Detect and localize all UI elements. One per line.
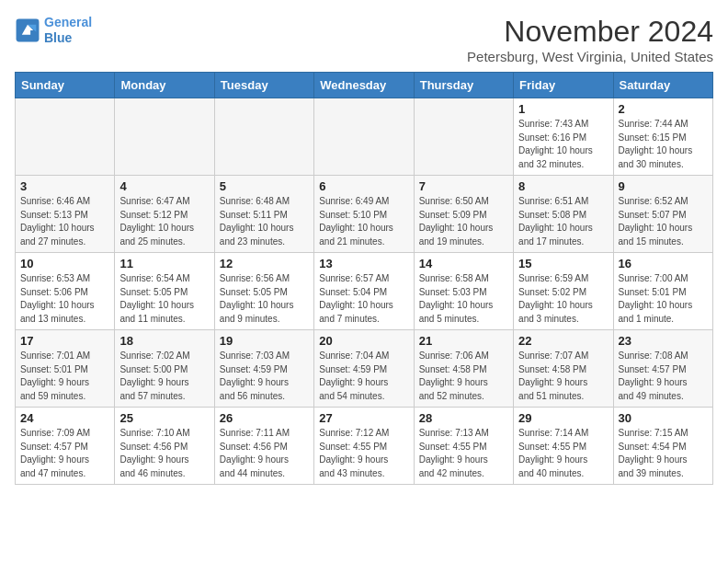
day-info: Sunrise: 6:46 AMSunset: 5:13 PMDaylight:…: [20, 195, 109, 248]
day-number: 26: [220, 411, 309, 425]
calendar-cell: 27Sunrise: 7:12 AMSunset: 4:55 PMDayligh…: [314, 408, 414, 485]
calendar-week-3: 10Sunrise: 6:53 AMSunset: 5:06 PMDayligh…: [16, 253, 713, 330]
day-info: Sunrise: 6:52 AMSunset: 5:07 PMDaylight:…: [619, 195, 708, 248]
day-number: 6: [319, 179, 408, 193]
calendar-cell: 2Sunrise: 7:44 AMSunset: 6:15 PMDaylight…: [613, 98, 712, 176]
day-number: 22: [518, 334, 608, 348]
day-info: Sunrise: 7:13 AMSunset: 4:55 PMDaylight:…: [419, 427, 508, 480]
location: Petersburg, West Virginia, United States: [467, 49, 713, 64]
day-info: Sunrise: 7:44 AMSunset: 6:15 PMDaylight:…: [619, 118, 708, 171]
day-info: Sunrise: 6:48 AMSunset: 5:11 PMDaylight:…: [220, 195, 309, 248]
day-number: 29: [518, 411, 608, 425]
day-info: Sunrise: 6:56 AMSunset: 5:05 PMDaylight:…: [220, 272, 309, 326]
calendar-cell: 6Sunrise: 6:49 AMSunset: 5:10 PMDaylight…: [314, 176, 414, 253]
day-number: 24: [20, 411, 109, 425]
day-info: Sunrise: 6:54 AMSunset: 5:05 PMDaylight:…: [119, 272, 209, 326]
calendar-cell: 28Sunrise: 7:13 AMSunset: 4:55 PMDayligh…: [414, 408, 513, 485]
calendar-cell: 8Sunrise: 6:51 AMSunset: 5:08 PMDaylight…: [514, 176, 613, 253]
calendar-cell: 7Sunrise: 6:50 AMSunset: 5:09 PMDaylight…: [414, 176, 513, 253]
day-info: Sunrise: 7:04 AMSunset: 4:59 PMDaylight:…: [319, 350, 408, 403]
day-info: Sunrise: 6:53 AMSunset: 5:06 PMDaylight:…: [20, 272, 109, 326]
day-info: Sunrise: 6:59 AMSunset: 5:02 PMDaylight:…: [518, 272, 608, 326]
day-number: 20: [319, 334, 408, 348]
calendar-cell: 30Sunrise: 7:15 AMSunset: 4:54 PMDayligh…: [613, 408, 712, 485]
weekday-header-row: SundayMondayTuesdayWednesdayThursdayFrid…: [16, 73, 713, 98]
day-number: 12: [220, 257, 309, 270]
day-number: 19: [220, 334, 309, 348]
logo-icon: [15, 17, 40, 43]
calendar-cell: 19Sunrise: 7:03 AMSunset: 4:59 PMDayligh…: [214, 330, 313, 408]
calendar-cell: 20Sunrise: 7:04 AMSunset: 4:59 PMDayligh…: [314, 330, 414, 408]
calendar-cell: 11Sunrise: 6:54 AMSunset: 5:05 PMDayligh…: [115, 253, 214, 330]
calendar-cell: 3Sunrise: 6:46 AMSunset: 5:13 PMDaylight…: [16, 176, 115, 253]
day-info: Sunrise: 6:47 AMSunset: 5:12 PMDaylight:…: [119, 195, 209, 248]
day-info: Sunrise: 7:09 AMSunset: 4:57 PMDaylight:…: [20, 427, 109, 480]
day-info: Sunrise: 6:58 AMSunset: 5:03 PMDaylight:…: [419, 272, 508, 326]
day-number: 11: [119, 257, 209, 270]
calendar-cell: 14Sunrise: 6:58 AMSunset: 5:03 PMDayligh…: [414, 253, 513, 330]
day-number: 5: [220, 179, 309, 193]
day-number: 15: [518, 257, 608, 270]
day-number: 1: [518, 102, 608, 116]
calendar-cell: 1Sunrise: 7:43 AMSunset: 6:16 PMDaylight…: [514, 98, 613, 176]
logo: General Blue: [15, 15, 92, 46]
day-number: 30: [619, 411, 708, 425]
weekday-header-tuesday: Tuesday: [214, 73, 313, 98]
calendar-cell: [414, 98, 513, 176]
weekday-header-saturday: Saturday: [613, 73, 712, 98]
calendar-cell: 18Sunrise: 7:02 AMSunset: 5:00 PMDayligh…: [115, 330, 214, 408]
day-info: Sunrise: 6:49 AMSunset: 5:10 PMDaylight:…: [319, 195, 408, 248]
day-info: Sunrise: 7:10 AMSunset: 4:56 PMDaylight:…: [119, 427, 209, 480]
calendar-cell: 23Sunrise: 7:08 AMSunset: 4:57 PMDayligh…: [613, 330, 712, 408]
weekday-header-sunday: Sunday: [16, 73, 115, 98]
calendar-week-5: 24Sunrise: 7:09 AMSunset: 4:57 PMDayligh…: [16, 408, 713, 485]
day-number: 23: [619, 334, 708, 348]
weekday-header-friday: Friday: [514, 73, 613, 98]
calendar-cell: 26Sunrise: 7:11 AMSunset: 4:56 PMDayligh…: [214, 408, 313, 485]
weekday-header-wednesday: Wednesday: [314, 73, 414, 98]
day-info: Sunrise: 6:51 AMSunset: 5:08 PMDaylight:…: [518, 195, 608, 248]
day-number: 8: [518, 179, 608, 193]
calendar-cell: 29Sunrise: 7:14 AMSunset: 4:55 PMDayligh…: [514, 408, 613, 485]
calendar-cell: 13Sunrise: 6:57 AMSunset: 5:04 PMDayligh…: [314, 253, 414, 330]
calendar-cell: [16, 98, 115, 176]
day-info: Sunrise: 7:11 AMSunset: 4:56 PMDaylight:…: [220, 427, 309, 480]
day-info: Sunrise: 7:07 AMSunset: 4:58 PMDaylight:…: [518, 350, 608, 403]
calendar-cell: 5Sunrise: 6:48 AMSunset: 5:11 PMDaylight…: [214, 176, 313, 253]
weekday-header-monday: Monday: [115, 73, 214, 98]
day-number: 4: [119, 179, 209, 193]
page-header: General Blue November 2024 Petersburg, W…: [15, 15, 713, 64]
calendar-cell: [115, 98, 214, 176]
day-number: 7: [419, 179, 508, 193]
day-number: 9: [619, 179, 708, 193]
day-number: 25: [119, 411, 209, 425]
calendar-cell: 24Sunrise: 7:09 AMSunset: 4:57 PMDayligh…: [16, 408, 115, 485]
day-number: 16: [619, 257, 708, 270]
calendar-cell: 16Sunrise: 7:00 AMSunset: 5:01 PMDayligh…: [613, 253, 712, 330]
calendar-cell: 10Sunrise: 6:53 AMSunset: 5:06 PMDayligh…: [16, 253, 115, 330]
logo-line1: General: [44, 15, 92, 29]
day-info: Sunrise: 7:02 AMSunset: 5:00 PMDaylight:…: [119, 350, 209, 403]
day-info: Sunrise: 7:08 AMSunset: 4:57 PMDaylight:…: [619, 350, 708, 403]
logo-text: General Blue: [44, 15, 92, 46]
calendar-cell: 21Sunrise: 7:06 AMSunset: 4:58 PMDayligh…: [414, 330, 513, 408]
calendar-week-4: 17Sunrise: 7:01 AMSunset: 5:01 PMDayligh…: [16, 330, 713, 408]
day-number: 10: [20, 257, 109, 270]
month-title: November 2024: [467, 15, 713, 49]
day-info: Sunrise: 7:12 AMSunset: 4:55 PMDaylight:…: [319, 427, 408, 480]
day-number: 21: [419, 334, 508, 348]
day-info: Sunrise: 7:14 AMSunset: 4:55 PMDaylight:…: [518, 427, 608, 480]
day-number: 2: [619, 102, 708, 116]
calendar-week-2: 3Sunrise: 6:46 AMSunset: 5:13 PMDaylight…: [16, 176, 713, 253]
day-info: Sunrise: 7:01 AMSunset: 5:01 PMDaylight:…: [20, 350, 109, 403]
logo-line2: Blue: [44, 30, 72, 45]
day-info: Sunrise: 6:50 AMSunset: 5:09 PMDaylight:…: [419, 195, 508, 248]
calendar-cell: 12Sunrise: 6:56 AMSunset: 5:05 PMDayligh…: [214, 253, 313, 330]
calendar-cell: 25Sunrise: 7:10 AMSunset: 4:56 PMDayligh…: [115, 408, 214, 485]
day-info: Sunrise: 7:43 AMSunset: 6:16 PMDaylight:…: [518, 118, 608, 171]
title-block: November 2024 Petersburg, West Virginia,…: [467, 15, 713, 64]
calendar-table: SundayMondayTuesdayWednesdayThursdayFrid…: [15, 72, 713, 485]
calendar-cell: [214, 98, 313, 176]
day-info: Sunrise: 7:03 AMSunset: 4:59 PMDaylight:…: [220, 350, 309, 403]
calendar-cell: 22Sunrise: 7:07 AMSunset: 4:58 PMDayligh…: [514, 330, 613, 408]
